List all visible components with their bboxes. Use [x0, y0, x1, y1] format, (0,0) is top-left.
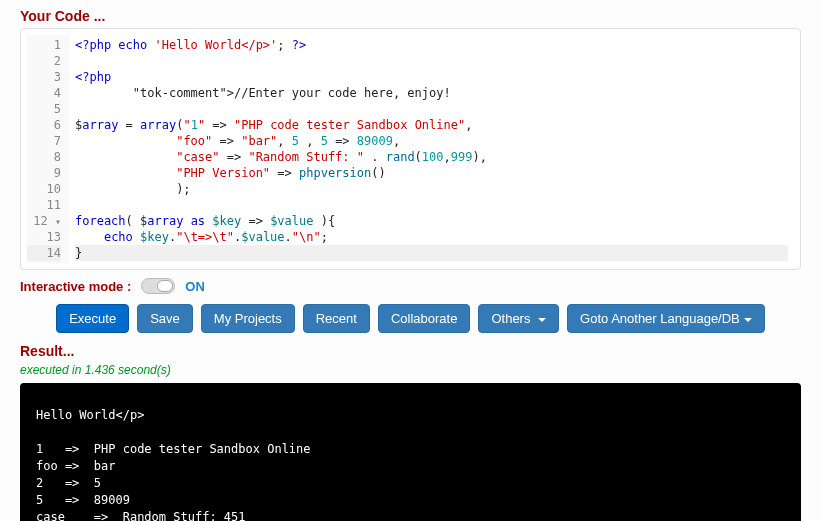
interactive-mode-label: Interactive mode : — [20, 279, 131, 294]
interactive-mode-toggle[interactable] — [141, 278, 175, 294]
line-gutter: 123456789101112 ▾1314 — [27, 35, 69, 263]
result-section-title: Result... — [20, 343, 801, 359]
chevron-down-icon — [744, 318, 752, 322]
chevron-down-icon — [538, 318, 546, 322]
interactive-mode-state: ON — [185, 279, 205, 294]
result-console: Hello World</p> 1 => PHP code tester San… — [20, 383, 801, 521]
code-editor[interactable]: 123456789101112 ▾1314 <?php echo 'Hello … — [27, 35, 794, 263]
save-button[interactable]: Save — [137, 304, 193, 333]
recent-button[interactable]: Recent — [303, 304, 370, 333]
collaborate-button[interactable]: Collaborate — [378, 304, 471, 333]
others-dropdown[interactable]: Others — [478, 304, 559, 333]
result-execution-time: executed in 1.436 second(s) — [20, 363, 801, 377]
execute-button[interactable]: Execute — [56, 304, 129, 333]
others-label: Others — [491, 311, 534, 326]
goto-label: Goto Another Language/DB — [580, 311, 740, 326]
action-button-row: Execute Save My Projects Recent Collabor… — [20, 304, 801, 333]
goto-language-dropdown[interactable]: Goto Another Language/DB — [567, 304, 765, 333]
toggle-knob — [157, 280, 173, 292]
my-projects-button[interactable]: My Projects — [201, 304, 295, 333]
code-section-title: Your Code ... — [20, 8, 801, 24]
code-area[interactable]: <?php echo 'Hello World</p>'; ?> <?php "… — [69, 35, 794, 263]
editor-container: 123456789101112 ▾1314 <?php echo 'Hello … — [20, 28, 801, 270]
interactive-mode-row: Interactive mode : ON — [20, 278, 801, 294]
